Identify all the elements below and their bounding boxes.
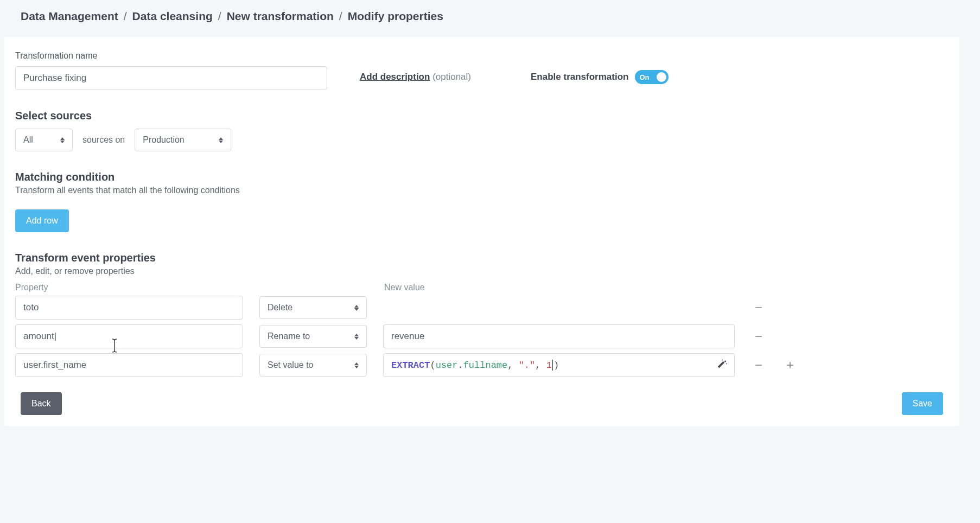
add-description: Add description (optional) <box>360 72 471 82</box>
select-sources-title: Select sources <box>15 110 949 122</box>
remove-row-button[interactable]: − <box>751 300 766 315</box>
add-row-button[interactable]: Add row <box>15 209 69 232</box>
chevron-updown-icon <box>354 305 359 311</box>
breadcrumb-sep: / <box>218 10 221 23</box>
main-content: Transformation name Add description (opt… <box>4 37 959 426</box>
source-scope-select[interactable]: All <box>15 129 73 151</box>
transform-props-sub: Add, edit, or remove properties <box>15 266 949 276</box>
property-input[interactable] <box>15 296 243 320</box>
column-new-value-label: New value <box>384 283 425 292</box>
enable-transformation-label: Enable transformation <box>531 72 628 82</box>
new-value-input[interactable] <box>383 324 735 348</box>
property-input[interactable] <box>15 324 243 348</box>
property-row: Set value to EXTRACT(user.fullname, ".",… <box>15 353 949 377</box>
chevron-updown-icon <box>219 137 223 143</box>
property-input[interactable] <box>15 353 243 377</box>
expr-arg: "." <box>519 360 536 371</box>
save-button[interactable]: Save <box>902 392 943 415</box>
matching-condition-title: Matching condition <box>15 171 949 183</box>
add-row-button-inline[interactable]: + <box>782 358 798 373</box>
action-value: Rename to <box>268 331 310 341</box>
breadcrumb-item-1[interactable]: Data Management <box>21 10 118 23</box>
remove-row-button[interactable]: − <box>751 358 766 373</box>
back-button[interactable]: Back <box>21 392 62 415</box>
sources-on-label: sources on <box>82 135 125 145</box>
breadcrumb-item-3[interactable]: New transformation <box>227 10 334 23</box>
expr-arg: 1 <box>546 360 552 371</box>
transform-props-title: Transform event properties <box>15 252 949 264</box>
breadcrumb-sep: / <box>124 10 127 23</box>
action-value: Set value to <box>268 360 314 370</box>
transformation-name-label: Transformation name <box>15 51 327 61</box>
breadcrumb-item-2[interactable]: Data cleansing <box>132 10 213 23</box>
enable-transformation-toggle[interactable]: On <box>635 70 669 84</box>
breadcrumb-item-4[interactable]: Modify properties <box>348 10 443 23</box>
property-row: Rename to − <box>15 324 949 348</box>
remove-row-button[interactable]: − <box>751 329 766 344</box>
action-select[interactable]: Rename to <box>259 325 367 348</box>
toggle-knob <box>657 72 666 82</box>
breadcrumb-sep: / <box>339 10 342 23</box>
matching-condition-sub: Transform all events that match all the … <box>15 186 949 195</box>
cursor-caret <box>552 360 553 371</box>
breadcrumb: Data Management / Data cleansing / New t… <box>0 0 980 33</box>
chevron-updown-icon <box>60 137 65 143</box>
toggle-state-label: On <box>639 73 649 81</box>
magic-wand-icon[interactable] <box>718 359 728 372</box>
column-property-label: Property <box>15 283 243 292</box>
chevron-updown-icon <box>354 334 359 340</box>
action-select[interactable]: Set value to <box>259 354 367 377</box>
chevron-updown-icon <box>354 362 359 368</box>
property-row: Delete − <box>15 296 949 320</box>
source-env-value: Production <box>143 135 184 145</box>
expr-arg: fullname <box>463 360 508 371</box>
action-select[interactable]: Delete <box>259 296 367 319</box>
source-env-select[interactable]: Production <box>135 129 231 151</box>
expr-arg: user <box>436 360 458 371</box>
add-description-link[interactable]: Add description <box>360 72 430 82</box>
expr-fn: EXTRACT <box>391 360 430 371</box>
source-scope-value: All <box>23 135 33 145</box>
action-value: Delete <box>268 303 292 312</box>
optional-label: (optional) <box>432 72 471 82</box>
transformation-name-input[interactable] <box>15 66 327 90</box>
expression-input[interactable]: EXTRACT(user.fullname, ".", 1) <box>383 353 735 377</box>
